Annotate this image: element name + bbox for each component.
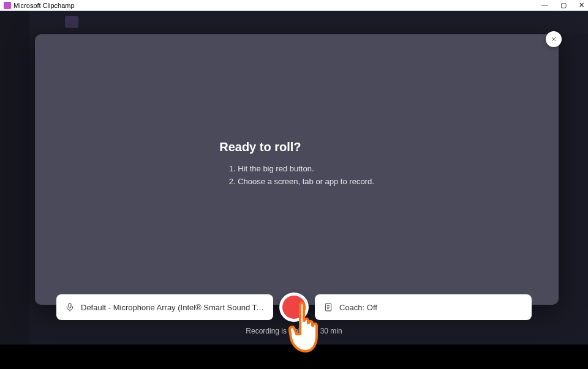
record-modal: Ready to roll? Hit the big red button. C… <box>35 34 559 305</box>
modal-heading: Ready to roll? <box>219 140 374 154</box>
svg-rect-2 <box>69 303 71 308</box>
coach-label: Coach: Off <box>339 303 377 312</box>
project-chip-dimmed <box>65 16 78 28</box>
microphone-selector[interactable]: Default - Microphone Array (Intel® Smart… <box>56 294 273 320</box>
close-window-button[interactable]: ✕ <box>579 2 584 9</box>
teleprompter-icon <box>323 302 333 312</box>
coach-selector[interactable]: Coach: Off <box>315 294 532 320</box>
recording-limit-text: Recording is limited to 30 min <box>0 327 588 335</box>
modal-content: Ready to roll? Hit the big red button. C… <box>219 140 374 188</box>
recording-controls-bar: Default - Microphone Array (Intel® Smart… <box>56 294 532 320</box>
microphone-label: Default - Microphone Array (Intel® Smart… <box>81 303 265 312</box>
minimize-button[interactable]: — <box>541 2 548 9</box>
timeline-area <box>0 345 588 369</box>
app-title: Microsoft Clipchamp <box>13 2 75 9</box>
record-button[interactable] <box>279 293 309 322</box>
record-button-inner <box>282 296 306 319</box>
instruction-step-1: Hit the big red button. <box>238 163 374 176</box>
window-titlebar: Microsoft Clipchamp — ▢ ✕ <box>0 0 588 11</box>
instruction-list: Hit the big red button. Choose a screen,… <box>219 163 374 188</box>
close-icon <box>550 35 557 43</box>
maximize-button[interactable]: ▢ <box>560 2 567 9</box>
microphone-icon <box>65 302 75 312</box>
instruction-step-2: Choose a screen, tab or app to record. <box>238 176 374 188</box>
window-controls: — ▢ ✕ <box>541 2 584 9</box>
sidebar-dimmed <box>0 11 29 345</box>
close-modal-button[interactable] <box>546 31 562 47</box>
topbar-dimmed <box>29 11 588 33</box>
app-icon <box>4 2 11 9</box>
